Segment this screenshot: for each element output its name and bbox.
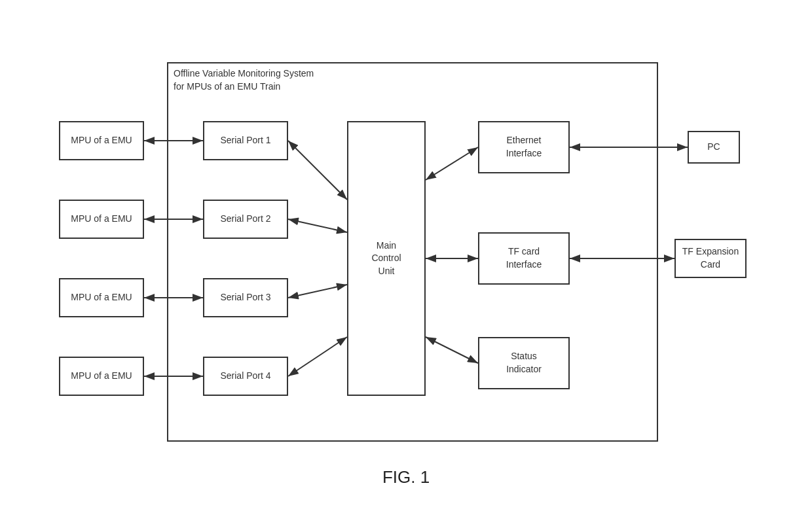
system-label: Offline Variable Monitoring System for M… bbox=[174, 67, 314, 93]
figure-label: FIG. 1 bbox=[382, 467, 430, 487]
ethernet-interface: Ethernet Interface bbox=[478, 121, 570, 173]
serial-port-4: Serial Port 4 bbox=[203, 357, 288, 396]
tf-card-interface: TF card Interface bbox=[478, 232, 570, 285]
pc-box: PC bbox=[688, 131, 740, 164]
tf-expansion-card: TF Expansion Card bbox=[674, 239, 747, 278]
mpu-box-2: MPU of a EMU bbox=[59, 200, 144, 239]
serial-port-3: Serial Port 3 bbox=[203, 278, 288, 317]
mpu-box-1: MPU of a EMU bbox=[59, 121, 144, 160]
serial-port-1: Serial Port 1 bbox=[203, 121, 288, 160]
main-control-unit: Main Control Unit bbox=[347, 121, 426, 396]
diagram: Offline Variable Monitoring System for M… bbox=[46, 36, 766, 494]
mpu-box-3: MPU of a EMU bbox=[59, 278, 144, 317]
status-indicator: Status Indicator bbox=[478, 337, 570, 389]
mpu-box-4: MPU of a EMU bbox=[59, 357, 144, 396]
serial-port-2: Serial Port 2 bbox=[203, 200, 288, 239]
